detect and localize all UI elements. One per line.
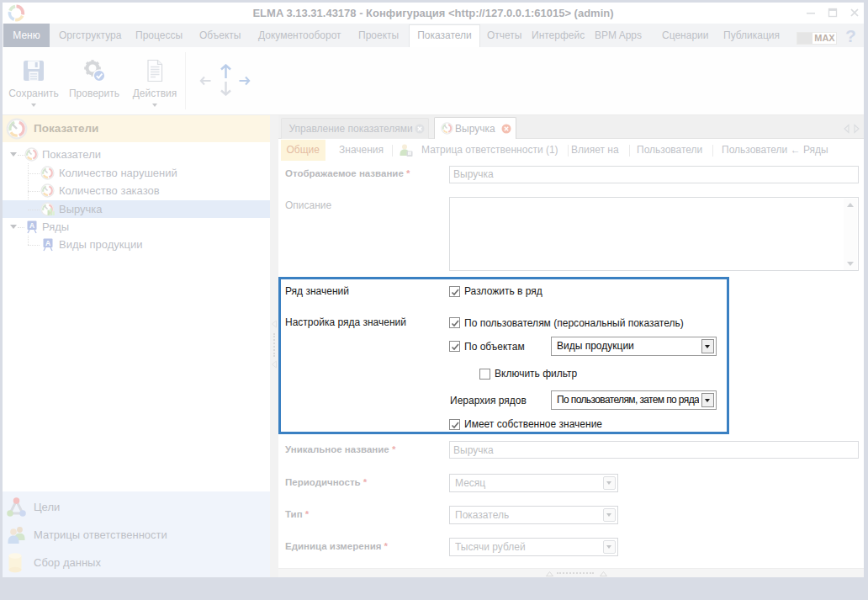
combo-dropdown-icon[interactable] [701, 393, 714, 407]
gauge-icon [40, 183, 55, 198]
flipchart-icon: A [41, 237, 55, 252]
save-button-label: Сохранить [5, 88, 62, 99]
menu-item-indicators[interactable]: Показатели [413, 24, 476, 47]
subtab-values[interactable]: Значения [339, 139, 384, 162]
subtab-general[interactable]: Общие [281, 140, 326, 161]
objects-combobox[interactable]: Виды продукции [551, 337, 717, 356]
enable-filter-checkbox[interactable] [479, 369, 490, 380]
tree-item-pokazateli[interactable]: Показатели [3, 146, 270, 163]
tab-vyruchka[interactable]: Выручка [434, 117, 516, 140]
gauge-icon [6, 118, 28, 140]
save-dropdown-arrow-icon[interactable] [31, 104, 36, 107]
textarea-scrollbar[interactable] [844, 199, 857, 270]
tabs-scroll-right-icon[interactable] [853, 124, 860, 134]
close-button[interactable] [848, 6, 861, 19]
combo-dropdown-icon[interactable] [603, 508, 616, 522]
combo-dropdown-icon[interactable] [603, 476, 616, 490]
description-textarea[interactable] [449, 197, 859, 271]
nav-up-arrow-icon[interactable] [220, 64, 232, 79]
description-label: Описание [285, 199, 331, 211]
menu-item-interface[interactable]: Интерфейс [532, 24, 585, 47]
subtab-influences[interactable]: Влияет на [571, 139, 619, 162]
tabs-scroll-left-icon[interactable] [843, 124, 850, 134]
nav-left-arrow-icon[interactable] [199, 76, 211, 86]
tree-item-kolichestvo-zakazov[interactable]: Количество заказов [3, 182, 270, 199]
menu-item-projects[interactable]: Проекты [358, 24, 399, 47]
nav-right-arrow-icon[interactable] [239, 76, 251, 86]
decompose-checkbox[interactable] [449, 286, 460, 297]
collapse-left-icon[interactable] [271, 360, 278, 369]
subtab-responsibility-matrix[interactable]: Матрица ответственности (1) [421, 139, 558, 162]
check-button[interactable]: Проверить [66, 50, 123, 111]
tree-item-vidy-produkcii[interactable]: A Виды продукции [3, 236, 270, 253]
sidebar-item-goals[interactable]: Цели [3, 493, 270, 521]
series-settings-highlight: Ряд значений Разложить в ряд Настройка р… [278, 277, 729, 434]
scroll-down-icon[interactable] [847, 262, 854, 266]
display-name-label: Отображаемое название * [285, 168, 410, 178]
sidebar-bottom-menu: Цели Матрицы ответственности [3, 491, 270, 577]
combo-dropdown-icon[interactable] [701, 339, 714, 353]
expand-arrow-icon[interactable] [10, 152, 17, 157]
own-value-checkbox[interactable] [449, 419, 460, 430]
people-icon [6, 524, 28, 544]
tree-item-vyruchka[interactable]: Выручка [3, 200, 270, 218]
bottom-splitter[interactable] [278, 568, 864, 577]
hierarchy-combobox[interactable]: По пользователям, затем по ряда [551, 390, 717, 410]
collapse-up-icon[interactable] [599, 571, 608, 577]
sidebar: Показатели Показатели [3, 115, 270, 577]
menu-item-publication[interactable]: Публикация [723, 24, 780, 47]
tree-item-kolichestvo-narusheniy[interactable]: Количество нарушений [3, 164, 270, 182]
menu-item-reports[interactable]: Отчеты [487, 24, 521, 47]
matrix-person-icon [399, 143, 413, 157]
splitter-grip[interactable] [557, 572, 594, 574]
collapse-left-icon[interactable] [271, 320, 278, 328]
tree-item-ryady[interactable]: A Ряды [3, 218, 270, 236]
scroll-up-icon[interactable] [847, 203, 854, 207]
unit-combobox[interactable]: Тысячи рублей [449, 538, 618, 556]
by-objects-checkbox[interactable] [449, 341, 460, 352]
svg-text:A: A [45, 239, 50, 247]
menu-item-orgstructure[interactable]: Оргструктура [59, 24, 121, 47]
menu-item-menu[interactable]: Меню [3, 24, 50, 47]
hierarchy-label: Иерархия рядов [450, 395, 527, 406]
menu-item-processes[interactable]: Процессы [135, 24, 183, 47]
unique-name-input[interactable] [449, 441, 859, 459]
splitter-grip[interactable] [273, 333, 275, 357]
menu-item-docflow[interactable]: Документооборот [258, 24, 341, 47]
save-button[interactable]: Сохранить [5, 50, 62, 111]
display-name-input[interactable] [449, 166, 859, 183]
gauge-icon [24, 147, 39, 162]
goals-triangle-icon [6, 496, 27, 518]
combo-dropdown-icon[interactable] [603, 540, 616, 554]
periodicity-combobox[interactable]: Месяц [449, 474, 618, 492]
tab-indicator-management[interactable]: Управление показателями [281, 118, 429, 139]
nav-down-arrow-icon[interactable] [220, 81, 232, 96]
menu-item-bpm-apps[interactable]: BPM Apps [595, 24, 642, 47]
menu-item-scenarios[interactable]: Сценарии [662, 24, 708, 47]
floppy-save-icon [21, 58, 46, 83]
tab-close-icon[interactable] [501, 124, 511, 134]
menu-item-objects[interactable]: Объекты [199, 24, 241, 47]
subtab-users[interactable]: Пользователи [637, 139, 702, 162]
tab-close-icon[interactable] [415, 124, 425, 134]
sidebar-item-responsibility-matrices[interactable]: Матрицы ответственности [3, 521, 270, 549]
sidebar-item-data-collection[interactable]: Сбор данных [3, 549, 270, 576]
gauge-chart-icon [40, 202, 55, 216]
collapse-up-icon[interactable] [545, 571, 554, 577]
type-combobox[interactable]: Показатель [449, 506, 618, 524]
actions-button[interactable]: Действия [127, 50, 183, 111]
unit-label: Единица измерения * [285, 541, 388, 551]
flipchart-icon: A [25, 220, 39, 234]
sidebar-splitter[interactable] [270, 115, 278, 577]
minimize-button[interactable] [804, 6, 818, 19]
type-label: Тип * [285, 509, 309, 519]
by-objects-checkbox-label: По объектам [464, 341, 525, 353]
expand-arrow-icon[interactable] [10, 225, 17, 229]
max-toggle[interactable]: MAX [797, 32, 837, 45]
help-icon[interactable]: ? [845, 25, 856, 47]
by-users-checkbox[interactable] [449, 317, 460, 328]
actions-dropdown-arrow-icon[interactable] [152, 104, 157, 107]
maximize-button[interactable] [826, 6, 839, 19]
svg-text:A: A [29, 221, 34, 230]
subtab-users-series[interactable]: Пользователи ← Ряды [722, 139, 828, 162]
